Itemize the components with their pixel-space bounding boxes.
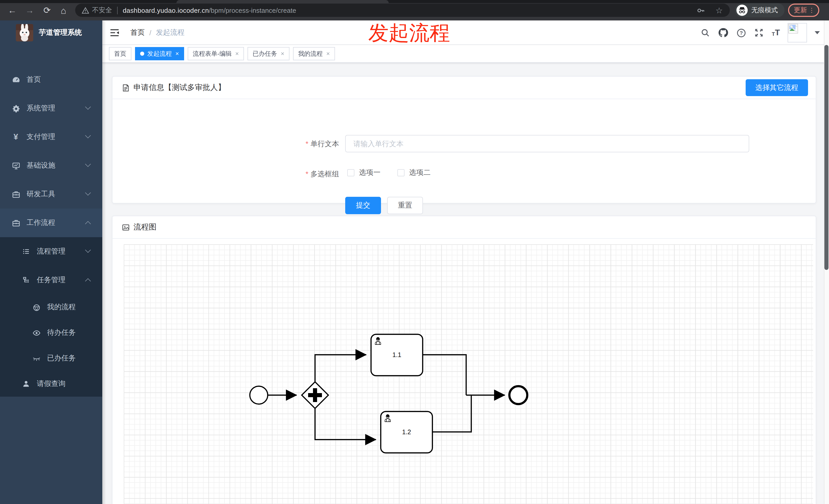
tab-label: 流程表单-编辑 bbox=[193, 49, 232, 58]
sidebar-item-system[interactable]: 系统管理 bbox=[0, 94, 102, 123]
sidebar-logo-row: 芋道管理系统 bbox=[0, 21, 102, 45]
sidebar-item-label: 请假查询 bbox=[37, 379, 66, 388]
robot-face-icon bbox=[32, 303, 41, 312]
checkbox-option-1[interactable]: 选项一 bbox=[347, 168, 381, 178]
font-size-icon[interactable]: TT bbox=[772, 29, 780, 37]
task-label: 1.2 bbox=[402, 428, 411, 435]
browser-update-button[interactable]: 更新 ⋮ bbox=[788, 4, 819, 17]
single-line-text-input[interactable] bbox=[345, 135, 749, 152]
sidebar-item-infrastructure[interactable]: 基础设施 bbox=[0, 151, 102, 180]
sidebar-item-my-process[interactable]: 我的流程 bbox=[0, 295, 102, 320]
diagram-card-header: 流程图 bbox=[112, 216, 816, 239]
chevron-down-icon bbox=[85, 104, 91, 110]
avatar-caret-icon[interactable] bbox=[815, 31, 820, 34]
avatar[interactable] bbox=[788, 23, 807, 42]
task-label: 1.1 bbox=[393, 351, 401, 358]
page-scrollbar[interactable] bbox=[824, 21, 829, 504]
browser-tab[interactable] bbox=[176, 0, 389, 3]
tab-create-process[interactable]: 发起流程 × bbox=[135, 47, 184, 60]
close-icon[interactable]: × bbox=[175, 50, 179, 57]
submit-button[interactable]: 提交 bbox=[345, 197, 381, 214]
reset-button[interactable]: 重置 bbox=[387, 197, 423, 214]
bpmn-start-event[interactable] bbox=[250, 386, 268, 404]
chevron-down-icon bbox=[85, 161, 91, 167]
tab-label: 已办任务 bbox=[253, 49, 277, 58]
application-info-card: 申请信息【测试多审批人】 选择其它流程 *单行文本 *多选框组 选项一 bbox=[112, 76, 816, 203]
sidebar-collapse-icon[interactable] bbox=[109, 28, 120, 38]
browser-back-button[interactable]: ← bbox=[6, 0, 19, 21]
toolbox-icon bbox=[11, 190, 21, 199]
tab-process-form-edit[interactable]: 流程表单-编辑 × bbox=[188, 47, 244, 60]
sidebar-item-label: 工作流程 bbox=[27, 218, 55, 228]
sidebar-item-label: 基础设施 bbox=[27, 161, 55, 170]
incognito-label: 无痕模式 bbox=[751, 6, 778, 15]
eye-closed-icon bbox=[32, 354, 41, 363]
sidebar-item-dev-tools[interactable]: 研发工具 bbox=[0, 180, 102, 208]
form-card-title: 申请信息【测试多审批人】 bbox=[134, 83, 225, 92]
bpmn-parallel-gateway[interactable] bbox=[302, 382, 328, 409]
sidebar-item-todo-tasks[interactable]: 待办任务 bbox=[0, 320, 102, 346]
sidebar-item-workflow[interactable]: 工作流程 bbox=[0, 208, 102, 237]
incognito-icon bbox=[736, 5, 748, 16]
breadcrumb-home[interactable]: 首页 bbox=[131, 28, 145, 37]
bookmark-star-icon[interactable]: ☆ bbox=[716, 4, 723, 17]
password-key-icon[interactable] bbox=[696, 4, 705, 17]
browser-forward-button[interactable]: → bbox=[24, 0, 36, 21]
chevron-up-icon bbox=[85, 221, 91, 227]
page-header: 首页 / 发起流程 ? bbox=[102, 21, 829, 45]
tab-label: 我的流程 bbox=[298, 49, 323, 58]
sidebar-item-payment[interactable]: ¥ 支付管理 bbox=[0, 123, 102, 151]
document-icon bbox=[122, 84, 130, 92]
browser-tabstrip bbox=[0, 0, 829, 3]
sidebar-item-home[interactable]: 首页 bbox=[0, 66, 102, 94]
sidebar-item-done-tasks[interactable]: 已办任务 bbox=[0, 346, 102, 371]
sidebar-item-process-management[interactable]: 流程管理 bbox=[0, 237, 102, 266]
github-icon[interactable] bbox=[718, 28, 728, 38]
user-icon bbox=[22, 379, 31, 388]
checkbox-option-2[interactable]: 选项二 bbox=[397, 168, 431, 178]
close-icon[interactable]: × bbox=[326, 50, 330, 57]
help-icon[interactable]: ? bbox=[736, 28, 746, 38]
image-icon bbox=[122, 223, 130, 231]
checkbox-label: 选项二 bbox=[409, 168, 431, 178]
checkbox-icon[interactable] bbox=[397, 169, 404, 176]
choose-other-process-button[interactable]: 选择其它流程 bbox=[746, 79, 808, 96]
bpmn-user-task-1-1[interactable]: 1.1 bbox=[371, 334, 423, 376]
sidebar-item-label: 待办任务 bbox=[47, 328, 76, 337]
sidebar-item-leave-query[interactable]: 请假查询 bbox=[0, 371, 102, 397]
security-label: 不安全 bbox=[92, 6, 112, 15]
tab-home[interactable]: 首页 bbox=[109, 47, 132, 60]
sidebar-item-label: 流程管理 bbox=[37, 247, 66, 256]
active-tab-dot bbox=[140, 52, 144, 56]
sidebar-item-task-management[interactable]: 任务管理 bbox=[0, 266, 102, 295]
fullscreen-icon[interactable] bbox=[754, 28, 764, 38]
tab-done-tasks[interactable]: 已办任务 × bbox=[248, 47, 289, 60]
chevron-down-icon bbox=[85, 247, 91, 253]
page-scrollbar-thumb[interactable] bbox=[824, 45, 828, 270]
chevron-down-icon bbox=[85, 133, 91, 139]
browser-reload-button[interactable]: ⟳ bbox=[41, 0, 53, 21]
browser-menu-dots-icon[interactable]: ⋮ bbox=[808, 7, 815, 14]
breadcrumb: 首页 / 发起流程 bbox=[131, 21, 185, 45]
bpmn-canvas[interactable]: 1.1 1.2 bbox=[124, 244, 813, 504]
browser-home-button[interactable]: ⌂ bbox=[57, 0, 70, 21]
sidebar-item-label: 已办任务 bbox=[47, 354, 76, 363]
broken-image-icon bbox=[788, 24, 798, 34]
browser-address-bar[interactable]: 不安全 dashboard.yudao.iocoder.cn/bpm/proce… bbox=[75, 4, 730, 17]
flow-branch-icon bbox=[22, 275, 31, 285]
list-tree-icon bbox=[22, 247, 31, 256]
sidebar-item-label: 我的流程 bbox=[47, 303, 76, 312]
bpmn-end-event[interactable] bbox=[509, 386, 527, 404]
close-icon[interactable]: × bbox=[235, 50, 239, 57]
checkbox-icon[interactable] bbox=[347, 169, 354, 176]
form-body: *单行文本 *多选框组 选项一 选项二 bbox=[112, 99, 816, 203]
bpmn-user-task-1-2[interactable]: 1.2 bbox=[381, 412, 432, 453]
chevron-up-icon bbox=[85, 278, 91, 284]
search-icon[interactable] bbox=[700, 28, 710, 38]
header-actions: ? TT bbox=[700, 21, 820, 45]
update-label: 更新 bbox=[794, 6, 807, 15]
gear-icon bbox=[11, 104, 21, 113]
tab-my-process[interactable]: 我的流程 × bbox=[293, 47, 335, 60]
close-icon[interactable]: × bbox=[281, 50, 284, 57]
url-domain: dashboard.yudao.iocoder.cn bbox=[123, 6, 209, 14]
